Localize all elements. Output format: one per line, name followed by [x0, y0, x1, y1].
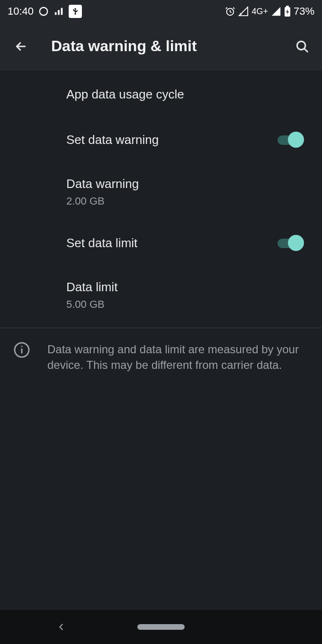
setting-data-warning[interactable]: Data warning 2.00 GB: [0, 163, 322, 221]
setting-set-data-warning[interactable]: Set data warning: [0, 117, 322, 163]
setting-label: Set data warning: [66, 132, 277, 148]
cellular-signal-icon: [271, 6, 281, 17]
sync-icon: [38, 6, 49, 17]
svg-point-0: [40, 8, 48, 16]
battery-charging-icon: [284, 6, 291, 17]
svg-rect-6: [286, 6, 289, 7]
status-time: 10:40: [8, 5, 34, 18]
network-type-label: 4G+: [251, 7, 268, 17]
back-button[interactable]: [9, 35, 32, 58]
info-icon: [13, 341, 30, 358]
svg-rect-2: [58, 10, 60, 15]
usb-icon: [69, 5, 82, 18]
svg-rect-3: [61, 8, 63, 15]
settings-list: App data usage cycle Set data warning Da…: [0, 70, 322, 386]
navigation-bar: [0, 610, 322, 644]
alarm-icon: [225, 6, 235, 17]
set-data-warning-toggle[interactable]: [277, 132, 304, 149]
setting-label: Data warning: [66, 176, 306, 192]
page-title: Data warning & limit: [51, 37, 291, 55]
setting-set-data-limit[interactable]: Set data limit: [0, 221, 322, 266]
setting-value: 2.00 GB: [66, 195, 306, 207]
setting-label: Data limit: [66, 279, 306, 295]
svg-point-10: [21, 346, 23, 347]
svg-rect-1: [55, 12, 57, 15]
footer-note-text: Data warning and data limit are measured…: [47, 341, 306, 373]
set-data-limit-toggle[interactable]: [277, 235, 304, 252]
footer-note: Data warning and data limit are measured…: [0, 328, 322, 386]
setting-label: App data usage cycle: [66, 87, 306, 103]
setting-label: Set data limit: [66, 235, 277, 251]
signal-bars-icon: [54, 6, 64, 17]
status-bar: 10:40 4G+ 73%: [0, 0, 322, 23]
setting-value: 5.00 GB: [66, 298, 306, 311]
search-button[interactable]: [291, 35, 313, 58]
setting-app-data-usage-cycle[interactable]: App data usage cycle: [0, 72, 322, 117]
nav-home-pill[interactable]: [137, 624, 185, 630]
cellular-no-signal-icon: [238, 6, 249, 17]
nav-back-button[interactable]: [56, 622, 66, 632]
setting-data-limit[interactable]: Data limit 5.00 GB: [0, 266, 322, 324]
battery-percent: 73%: [294, 5, 314, 18]
app-bar: Data warning & limit: [0, 23, 322, 70]
